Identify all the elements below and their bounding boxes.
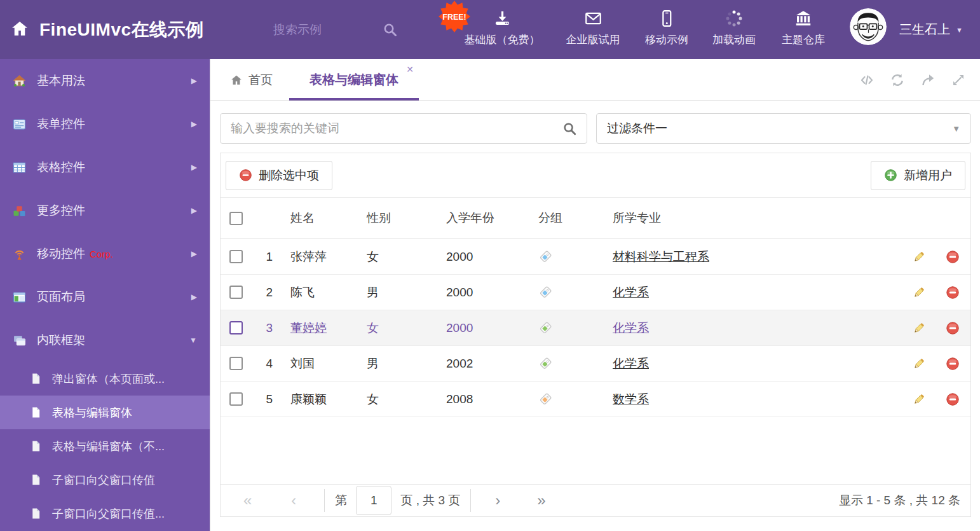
next-page-button[interactable]: › [495, 493, 500, 508]
major-link[interactable]: 化学系 [613, 357, 649, 370]
sidebar-item-more-controls[interactable]: 更多控件 ▶ [0, 189, 210, 232]
tag-icon [529, 392, 603, 406]
tag-icon [529, 357, 603, 371]
delete-row-icon[interactable] [934, 250, 970, 264]
edit-pencil-icon[interactable] [904, 392, 934, 406]
sidebar-item-page-layout[interactable]: 页面布局 ▶ [0, 275, 210, 319]
edit-pencil-icon[interactable] [904, 321, 934, 335]
table-row[interactable]: 1 张萍萍 女 2000 材料科学与工程系 [221, 239, 970, 275]
caret-down-icon: ▼ [956, 26, 963, 34]
row-checkbox[interactable] [229, 286, 243, 299]
table-row[interactable]: 4 刘国 男 2002 化学系 [221, 346, 970, 382]
row-checkbox[interactable] [229, 250, 243, 263]
column-header-gender[interactable]: 性别 [357, 210, 437, 226]
house-icon [13, 74, 26, 88]
chevron-right-icon: ▶ [191, 76, 197, 85]
sidebar-item-basic-usage[interactable]: 基本用法 ▶ [0, 59, 210, 102]
tab-actions [859, 59, 966, 100]
tab-active-indicator [289, 98, 419, 100]
delete-row-icon[interactable] [934, 286, 970, 300]
column-header-year[interactable]: 入学年份 [437, 210, 529, 226]
column-header-major[interactable]: 所学专业 [603, 210, 904, 226]
caret-down-icon: ▼ [952, 124, 960, 134]
table-row-selected[interactable]: 3 董婷婷 女 2000 化学系 [221, 310, 970, 346]
select-all-checkbox[interactable] [229, 212, 243, 225]
delete-row-icon[interactable] [934, 321, 970, 335]
tab-bar: 首页 表格与编辑窗体 ✕ [210, 59, 980, 101]
antenna-icon [13, 247, 26, 261]
plus-circle-icon [884, 169, 897, 182]
sidebar-subitem-label: 表格与编辑窗体（不... [52, 439, 165, 454]
cell-year: 2000 [437, 250, 529, 264]
free-badge-label: FREE! [442, 13, 466, 22]
sidebar-subitem-child-to-parent[interactable]: 子窗口向父窗口传值 [0, 463, 210, 497]
nav-item-theme-repo[interactable]: 主题仓库 [782, 9, 825, 47]
sidebar-subitem-grid-edit-window-2[interactable]: 表格与编辑窗体（不... [0, 429, 210, 463]
nav-item-enterprise-trial[interactable]: 企业版试用 [566, 9, 620, 47]
sidebar-item-label: 内联框架 [37, 332, 85, 348]
last-page-button[interactable]: » [537, 493, 545, 508]
major-link[interactable]: 化学系 [613, 321, 649, 334]
row-checkbox[interactable] [229, 357, 243, 370]
expand-icon[interactable] [951, 72, 966, 88]
row-checkbox[interactable] [229, 321, 243, 334]
nav-item-mobile-demo[interactable]: 移动示例 [645, 9, 688, 47]
tab-home[interactable]: 首页 [230, 59, 273, 100]
layout-icon [13, 291, 26, 304]
source-code-icon[interactable] [859, 72, 875, 88]
pagination-bar: « ‹ 第 页 , 共 3 页 › » 显示 1 - 5 条 , 共 12 条 [221, 484, 970, 516]
major-link[interactable]: 化学系 [613, 286, 649, 299]
add-user-button[interactable]: 新增用户 [871, 161, 965, 190]
main-content: 首页 表格与编辑窗体 ✕ 过滤条件一 ▼ [210, 59, 980, 531]
nav-item-loading-animation[interactable]: 加载动画 [712, 9, 756, 47]
record-summary: 显示 1 - 5 条 , 共 12 条 [839, 492, 960, 509]
page-number-input[interactable] [356, 486, 391, 515]
cell-name: 陈飞 [281, 284, 357, 301]
delete-selected-button[interactable]: 删除选中项 [226, 161, 332, 190]
file-icon [30, 440, 42, 452]
cell-name: 康颖颖 [281, 391, 357, 408]
share-icon[interactable] [920, 72, 936, 88]
app-title: FineUIMvc在线示例 [39, 0, 204, 59]
major-link[interactable]: 材料科学与工程系 [613, 250, 709, 263]
grid-empty-space [221, 417, 970, 484]
refresh-icon[interactable] [890, 72, 905, 88]
filter-dropdown[interactable]: 过滤条件一 ▼ [596, 113, 971, 144]
row-checkbox[interactable] [229, 392, 243, 406]
column-header-group[interactable]: 分组 [529, 210, 603, 226]
sidebar-subitem-grid-edit-window[interactable]: 表格与编辑窗体 [0, 396, 210, 429]
sidebar-item-grid-controls[interactable]: 表格控件 ▶ [0, 146, 210, 189]
sidebar-item-iframe[interactable]: 内联框架 ▼ [0, 319, 210, 362]
file-icon [30, 406, 42, 418]
edit-pencil-icon[interactable] [904, 250, 934, 264]
prev-page-button[interactable]: ‹ [291, 493, 296, 508]
sidebar: 基本用法 ▶ 表单控件 ▶ 表格控件 ▶ 更多控件 ▶ 移动控件 Corp. ▶… [0, 59, 210, 531]
sidebar-subitem-popup-window[interactable]: 弹出窗体（本页面或... [0, 362, 210, 396]
sidebar-item-form-controls[interactable]: 表单控件 ▶ [0, 102, 210, 146]
sidebar-subitem-child-to-parent-2[interactable]: 子窗口向父窗口传值... [0, 497, 210, 530]
column-header-name[interactable]: 姓名 [281, 210, 357, 226]
first-page-button[interactable]: « [243, 493, 252, 508]
close-icon[interactable]: ✕ [406, 64, 414, 74]
avatar[interactable] [850, 8, 887, 45]
cell-name: 张萍萍 [281, 249, 357, 265]
user-menu[interactable]: 三生石上 ▼ [899, 0, 963, 59]
delete-row-icon[interactable] [934, 392, 970, 406]
sidebar-item-mobile-controls[interactable]: 移动控件 Corp. ▶ [0, 232, 210, 275]
filter-dropdown-value: 过滤条件一 [597, 120, 667, 137]
row-number: 3 [249, 321, 281, 335]
major-link[interactable]: 数学系 [613, 392, 649, 406]
cell-name: 董婷婷 [281, 320, 357, 336]
home-icon[interactable] [10, 19, 29, 38]
tab-grid-edit-window[interactable]: 表格与编辑窗体 ✕ [289, 59, 419, 100]
table-row[interactable]: 5 康颖颖 女 2008 数学系 [221, 382, 970, 417]
nav-item-basic-edition[interactable]: 基础版（免费） [465, 9, 540, 47]
search-icon[interactable] [562, 121, 577, 136]
delete-row-icon[interactable] [934, 357, 970, 371]
search-icon[interactable] [383, 22, 398, 38]
header-search-input[interactable]: 搜索示例 [273, 0, 322, 59]
keyword-search-input[interactable] [221, 121, 562, 135]
table-row[interactable]: 2 陈飞 男 2000 化学系 [221, 275, 970, 310]
edit-pencil-icon[interactable] [904, 357, 934, 371]
edit-pencil-icon[interactable] [904, 286, 934, 300]
